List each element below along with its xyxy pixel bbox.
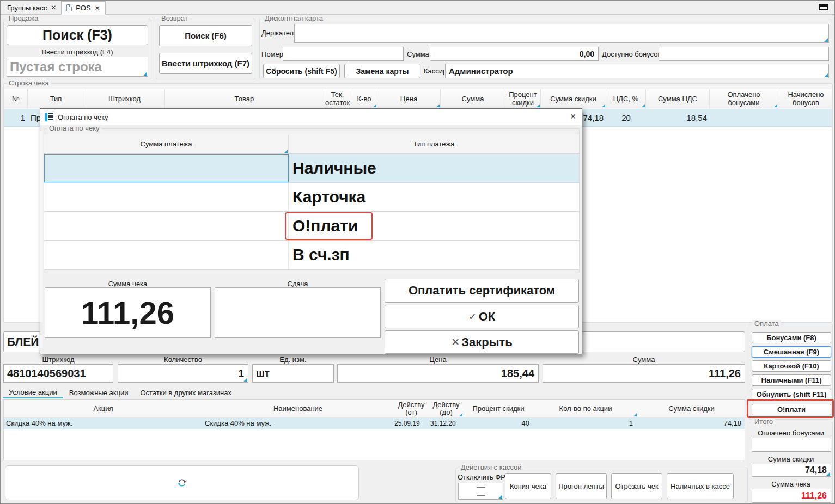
col-vat-sum[interactable]: Сумма НДС [646, 89, 710, 108]
refund-search-button[interactable]: Поиск (F6) [159, 25, 252, 46]
col-valid-to[interactable]: Действу (до) [429, 400, 463, 417]
col-promo-discount-sum[interactable]: Сумма скидки [637, 400, 746, 417]
col-discount-pct[interactable]: Процент скидки [505, 89, 541, 108]
dialog-title-bar[interactable]: Оплата по чеку ✕ [40, 109, 582, 125]
sale-group: Продажа Поиск (F3) Ввести штрихкод (F4) [3, 19, 151, 79]
card-sum-label: Сумма [407, 50, 429, 58]
payment-sum-cell[interactable] [44, 241, 289, 269]
col-qty[interactable]: К-во [351, 89, 377, 108]
disable-fr-checkbox[interactable] [477, 487, 485, 496]
tab-other-stores-stock[interactable]: Остатки в других магазинах [134, 387, 237, 398]
promo-row[interactable]: Скидка 40% на муж. Скидка 40% на муж. 25… [4, 417, 745, 429]
close-icon[interactable]: ✕ [570, 112, 576, 121]
payment-row-salary[interactable]: В сч.зп [44, 241, 579, 269]
cash-in-drawer-button[interactable]: Наличных в кассе [667, 473, 734, 499]
payment-type-card: Карточка [289, 183, 579, 211]
pay-mixed-button[interactable]: Смешанная (F9) [752, 346, 831, 358]
card-replace-button[interactable]: Замена карты [344, 64, 420, 78]
tab-cash-groups-label: Группы касс [7, 4, 47, 12]
col-promo-discount-pct[interactable]: Процент скидки [463, 400, 534, 417]
receipt-total-field: 111,26 [752, 489, 831, 503]
pay-reset-button[interactable]: Обнулить (shift F11) [752, 389, 831, 400]
paid-bonus-label: Оплачено бонусами [749, 429, 832, 437]
col-valid-from[interactable]: Действу (от) [393, 400, 429, 417]
bonus-available-label: Доступно бонусов [602, 50, 661, 58]
cell-promo-discount-sum: 74,18 [637, 417, 746, 429]
dialog-group-title: Оплата по чеку [47, 125, 102, 132]
check-icon: ✓ [468, 310, 477, 323]
col-payment-sum[interactable]: Сумма платежа [44, 134, 289, 153]
pay-cash-button[interactable]: Наличными (F11) [752, 374, 831, 386]
status-panel [5, 465, 359, 500]
payment-type-salary: В сч.зп [289, 241, 579, 269]
tape-feed-button[interactable]: Прогон ленты [556, 473, 607, 499]
cell-promo-qty: 1 [534, 417, 637, 429]
ok-button[interactable]: ✓ ОК [385, 305, 579, 328]
col-type[interactable]: Тип [28, 89, 84, 108]
cashier-field[interactable]: Администратор [445, 64, 829, 78]
tab-pos[interactable]: POS ✕ [61, 1, 106, 15]
card-number-field-wrap [283, 47, 404, 61]
col-promo-name[interactable]: Наименование [203, 400, 393, 417]
payment-row-card[interactable]: Карточка [44, 183, 579, 212]
qty-value-field[interactable]: 1 [118, 364, 248, 383]
receipt-copy-button[interactable]: Копия чека [505, 473, 551, 499]
totals-group-title: Итого [752, 418, 775, 426]
tab-possible-promos[interactable]: Возможные акции [63, 387, 135, 398]
dialog-change-value [215, 287, 381, 338]
sale-barcode-input[interactable] [7, 57, 148, 76]
card-reset-button[interactable]: Сбросить (shift F5) [263, 64, 340, 78]
col-promo[interactable]: Акция [4, 400, 203, 417]
col-num[interactable]: № [4, 89, 28, 108]
col-stock[interactable]: Тек. остаток [324, 89, 351, 108]
col-promo-qty[interactable]: Кол-во по акции [534, 400, 637, 417]
dialog-total-label: Сумма чека [45, 280, 211, 288]
unit-label: Ед. изм. [252, 355, 334, 364]
document-icon [66, 4, 72, 11]
qty-label: Количество [118, 355, 248, 364]
payment-row-cash[interactable]: Наличные [44, 154, 579, 183]
maximize-window-icon[interactable] [819, 4, 828, 10]
col-sum[interactable]: Сумма [441, 89, 505, 108]
number-label: Номер [261, 50, 283, 58]
dialog-change-label: Сдача [215, 280, 381, 288]
col-price[interactable]: Цена [377, 89, 441, 108]
dialog-title: Оплата по чеку [58, 113, 108, 121]
cell-vat-pct: 20 [606, 109, 646, 126]
tab-promo-conditions[interactable]: Условие акции [3, 387, 63, 398]
payment-sum-cell[interactable] [44, 154, 289, 182]
col-product[interactable]: Товар [165, 89, 324, 108]
bonus-available-input[interactable] [659, 47, 828, 60]
tab-cash-groups[interactable]: Группы касс ✕ [2, 1, 61, 14]
pay-bonus-button[interactable]: Бонусами (F8) [752, 332, 831, 343]
close-icon[interactable]: ✕ [95, 4, 100, 12]
card-sum-field[interactable]: 0,00 [430, 47, 599, 61]
tab-bar: Группы касс ✕ POS ✕ [1, 1, 834, 15]
col-vat-pct[interactable]: НДС, % [606, 89, 646, 108]
cut-receipt-button[interactable]: Отрезать чек [611, 473, 662, 499]
close-icon[interactable]: ✕ [51, 4, 56, 11]
col-barcode[interactable]: Штрихкод [84, 89, 165, 108]
holder-field-wrap [294, 24, 829, 43]
pay-card-button[interactable]: Карточкой (F10) [752, 360, 831, 372]
cash-actions-title: Действия с кассой [459, 464, 524, 471]
col-payment-type[interactable]: Тип платежа [289, 134, 579, 153]
payment-sum-cell[interactable] [44, 183, 289, 211]
dialog-close-button[interactable]: ✕ Закрыть [385, 330, 579, 354]
bonus-available-field-wrap [659, 47, 829, 61]
card-number-input[interactable] [283, 47, 403, 60]
cash-actions-group: Действия с кассой Отключить ФР Копия чек… [455, 468, 748, 502]
barcode-label: Штрихкод [3, 355, 113, 364]
col-discount-sum[interactable]: Сумма скидки [541, 89, 606, 108]
paid-bonus-input[interactable] [752, 438, 831, 451]
col-accrued-bonus[interactable]: Начислено бонусов [778, 89, 833, 108]
col-paid-bonus[interactable]: Оплачено бонусами [710, 89, 778, 108]
holder-input[interactable] [295, 24, 828, 42]
cell-promo: Скидка 40% на муж. [4, 417, 203, 429]
cell-promo-name: Скидка 40% на муж. [203, 417, 393, 429]
sale-search-button[interactable]: Поиск (F3) [7, 25, 148, 45]
payment-sum-cell[interactable] [44, 212, 289, 240]
refund-barcode-button[interactable]: Ввести штрихкод (F7) [159, 53, 252, 74]
pay-certificate-button[interactable]: Оплатить сертификатом [385, 279, 579, 303]
payment-dialog: Оплата по чеку ✕ Оплата по чеку Сумма пл… [40, 108, 582, 354]
